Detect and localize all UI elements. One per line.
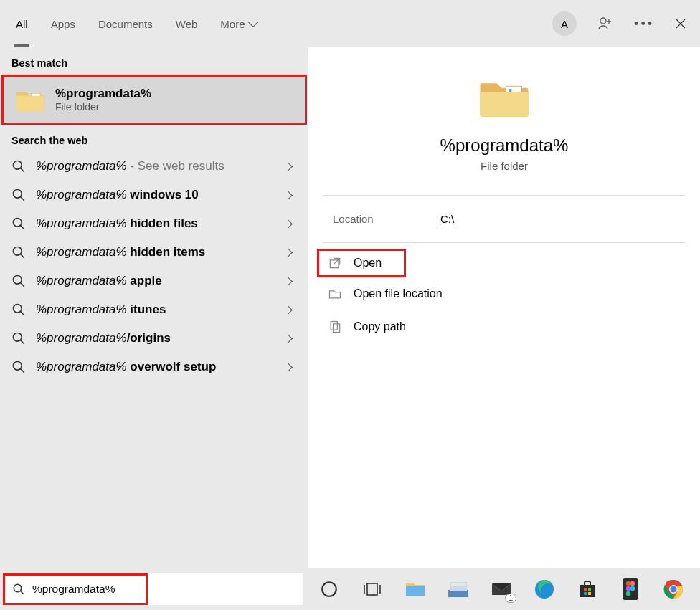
- search-icon: [12, 583, 25, 596]
- web-suggestion[interactable]: %programdata% itunes: [0, 295, 308, 324]
- chevron-right-icon: [283, 277, 293, 286]
- suggestion-text: %programdata% overwolf setup: [36, 360, 275, 374]
- svg-rect-17: [367, 583, 377, 595]
- svg-point-8: [14, 333, 22, 342]
- svg-point-16: [322, 582, 336, 596]
- file-explorer-icon[interactable]: [403, 577, 427, 601]
- tab-more[interactable]: More: [219, 4, 257, 44]
- taskbar: 1: [303, 568, 700, 610]
- suggestion-text: %programdata% - See web results: [36, 159, 275, 173]
- search-icon: [11, 360, 26, 374]
- svg-point-3: [14, 190, 22, 199]
- svg-rect-20: [450, 582, 467, 591]
- search-input[interactable]: %programdata%: [3, 573, 148, 605]
- preview-title: %programdata%: [308, 135, 700, 156]
- svg-rect-14: [334, 324, 340, 333]
- options-icon[interactable]: •••: [634, 16, 654, 32]
- task-view-icon[interactable]: [360, 577, 384, 601]
- tab-documents[interactable]: Documents: [97, 4, 154, 44]
- suggestion-text: %programdata% hidden files: [36, 216, 275, 231]
- chevron-down-icon: [247, 17, 257, 27]
- search-icon: [11, 245, 26, 259]
- chrome-icon[interactable]: [661, 577, 686, 601]
- web-suggestion[interactable]: %programdata% hidden items: [0, 238, 308, 267]
- close-icon[interactable]: [674, 17, 687, 30]
- web-suggestion[interactable]: %programdata% apple: [0, 267, 308, 295]
- svg-rect-25: [588, 588, 591, 591]
- suggestion-text: %programdata% apple: [36, 274, 275, 288]
- folder-icon: [476, 76, 532, 120]
- app-icon[interactable]: [446, 577, 470, 601]
- mail-icon[interactable]: 1: [489, 577, 514, 601]
- chevron-right-icon: [283, 219, 293, 229]
- svg-rect-23: [580, 585, 595, 597]
- best-match-heading: Best match: [0, 47, 308, 75]
- preview-panel: %programdata% File folder Location C:\ O…: [308, 47, 700, 568]
- folder-outline-icon: [328, 287, 342, 301]
- user-avatar[interactable]: A: [552, 11, 577, 36]
- chevron-right-icon: [283, 363, 293, 372]
- svg-point-29: [626, 581, 630, 585]
- web-suggestion[interactable]: %programdata% windows 10: [0, 181, 308, 209]
- location-label: Location: [333, 213, 440, 225]
- open-icon: [328, 256, 342, 270]
- chevron-right-icon: [283, 191, 293, 200]
- web-suggestion[interactable]: %programdata% overwolf setup: [0, 353, 308, 381]
- preview-subtitle: File folder: [308, 160, 700, 172]
- suggestion-text: %programdata% hidden items: [36, 245, 275, 259]
- svg-point-31: [626, 586, 630, 590]
- chevron-right-icon: [283, 305, 293, 315]
- suggestion-text: %programdata%/origins: [36, 331, 275, 345]
- svg-point-6: [14, 276, 22, 285]
- svg-point-32: [630, 586, 635, 590]
- svg-point-4: [14, 219, 22, 227]
- search-input-text: %programdata%: [32, 583, 115, 596]
- svg-rect-21: [451, 583, 465, 586]
- svg-rect-18: [406, 586, 425, 596]
- chevron-right-icon: [283, 248, 293, 257]
- search-icon: [11, 274, 26, 288]
- search-icon: [11, 331, 26, 345]
- location-link[interactable]: C:\: [440, 213, 454, 225]
- bottom-bar: %programdata% 1: [0, 568, 700, 610]
- folder-icon: [15, 85, 45, 114]
- web-suggestion[interactable]: %programdata%/origins: [0, 324, 308, 353]
- tab-web[interactable]: Web: [174, 4, 199, 44]
- svg-rect-26: [584, 592, 587, 595]
- svg-point-30: [630, 581, 635, 585]
- svg-point-0: [600, 18, 606, 24]
- suggestion-text: %programdata% itunes: [36, 302, 275, 317]
- svg-rect-13: [331, 322, 337, 330]
- search-input-extension[interactable]: [148, 573, 303, 605]
- cortana-icon[interactable]: [317, 577, 341, 601]
- svg-point-33: [626, 591, 630, 595]
- action-open[interactable]: Open: [317, 249, 406, 277]
- svg-point-15: [14, 584, 22, 592]
- action-open-file-location[interactable]: Open file location: [317, 277, 691, 310]
- web-suggestion[interactable]: %programdata% - See web results: [0, 152, 308, 181]
- search-web-heading: Search the web: [0, 125, 308, 152]
- search-icon: [11, 159, 26, 173]
- feedback-icon[interactable]: [597, 15, 614, 32]
- web-suggestion[interactable]: %programdata% hidden files: [0, 209, 308, 238]
- search-icon: [11, 302, 26, 317]
- results-panel: Best match %programdata% File folder Sea…: [0, 47, 308, 568]
- search-icon: [11, 188, 26, 202]
- best-match-result[interactable]: %programdata% File folder: [1, 75, 307, 125]
- search-icon: [11, 216, 26, 231]
- microsoft-store-icon[interactable]: [575, 577, 600, 601]
- tab-apps[interactable]: Apps: [49, 4, 77, 44]
- svg-point-5: [14, 247, 22, 256]
- location-row: Location C:\: [308, 196, 700, 242]
- filter-tabs: All Apps Documents Web More: [14, 4, 258, 44]
- chevron-right-icon: [283, 162, 293, 171]
- edge-icon[interactable]: [532, 577, 557, 601]
- action-copy-path[interactable]: Copy path: [317, 310, 691, 343]
- tab-all[interactable]: All: [14, 4, 29, 47]
- best-match-subtitle: File folder: [55, 101, 151, 113]
- chevron-right-icon: [283, 334, 293, 343]
- figma-icon[interactable]: [618, 577, 643, 601]
- best-match-title: %programdata%: [55, 87, 151, 101]
- svg-point-2: [14, 161, 22, 170]
- svg-rect-19: [448, 590, 468, 597]
